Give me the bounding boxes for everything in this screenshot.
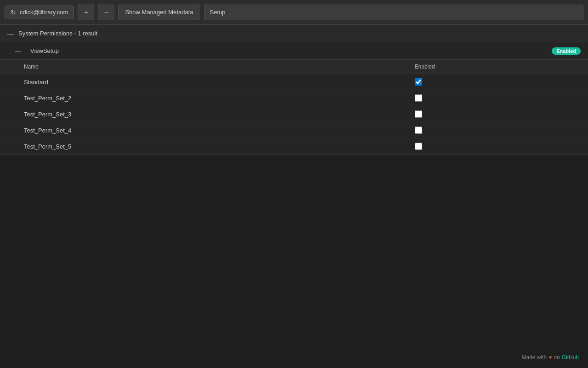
perm-enabled-cell (407, 138, 588, 155)
enabled-badge: Enabled (552, 47, 581, 55)
table-row: Test_Perm_Set_5 (0, 138, 588, 155)
plus-icon: + (84, 9, 88, 16)
table-row: Standard (0, 74, 588, 90)
perm-checkbox-1[interactable] (415, 94, 422, 102)
perm-checkbox-0[interactable] (415, 78, 422, 86)
table-row: Test_Perm_Set_3 (0, 106, 588, 122)
heart-icon: ♥ (548, 354, 552, 361)
perm-enabled-cell (407, 122, 588, 138)
github-link[interactable]: GitHub (562, 354, 579, 361)
subsection-name: ViewSetup (30, 47, 59, 54)
subsection-left: — ViewSetup (15, 47, 59, 55)
perm-checkbox-3[interactable] (415, 126, 422, 134)
table-row: Test_Perm_Set_2 (0, 90, 588, 106)
search-input[interactable] (204, 5, 583, 20)
col-enabled: Enabled (407, 60, 588, 74)
perm-name: Test_Perm_Set_4 (0, 122, 407, 138)
perm-enabled-cell (407, 90, 588, 106)
perm-name: Standard (0, 74, 407, 90)
show-metadata-label: Show Managed Metadata (125, 9, 193, 16)
perm-name: Test_Perm_Set_5 (0, 138, 407, 155)
table-row: Test_Perm_Set_4 (0, 122, 588, 138)
show-managed-metadata-button[interactable]: Show Managed Metadata (118, 5, 200, 20)
table-header-row: Name Enabled (0, 60, 588, 74)
subsection-collapse-icon[interactable]: — (15, 47, 21, 55)
subsection-header: — ViewSetup Enabled (0, 42, 588, 60)
footer: Made with ♥ on GitHub (521, 354, 579, 361)
perm-name: Test_Perm_Set_2 (0, 90, 407, 106)
section-title: System Permissions - 1 result (18, 30, 97, 37)
perm-name: Test_Perm_Set_3 (0, 106, 407, 122)
collapse-icon[interactable]: — (7, 30, 14, 37)
perm-enabled-cell (407, 106, 588, 122)
perm-checkbox-2[interactable] (415, 110, 422, 118)
main-content: — System Permissions - 1 result — ViewSe… (0, 25, 588, 155)
refresh-icon: ↻ (11, 9, 16, 16)
minus-icon: − (104, 9, 108, 16)
toolbar: ↻ cdick@library.com + − Show Managed Met… (0, 0, 588, 25)
remove-button[interactable]: − (98, 5, 114, 20)
section-header: — System Permissions - 1 result (0, 25, 588, 42)
made-with-text: Made with (521, 354, 547, 361)
permissions-table: Name Enabled StandardTest_Perm_Set_2Test… (0, 60, 588, 154)
user-button[interactable]: ↻ cdick@library.com (5, 6, 74, 19)
permissions-subsection: — ViewSetup Enabled Name Enabled Standar… (0, 42, 588, 155)
user-label: cdick@library.com (20, 9, 68, 16)
on-text: on (554, 354, 560, 361)
perm-checkbox-4[interactable] (415, 143, 422, 150)
perm-enabled-cell (407, 74, 588, 90)
add-button[interactable]: + (78, 5, 94, 20)
col-name: Name (0, 60, 407, 74)
